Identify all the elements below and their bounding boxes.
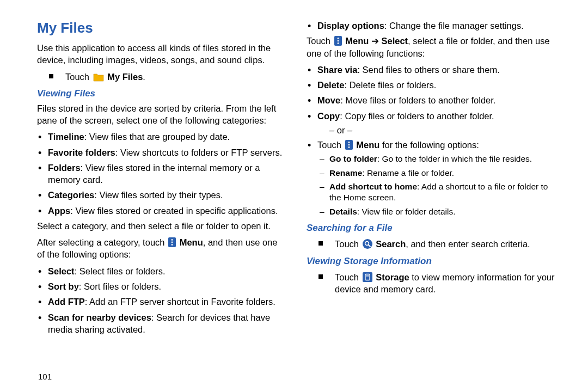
- svg-point-3: [171, 244, 173, 246]
- svg-point-6: [337, 40, 339, 42]
- folder-icon: [93, 73, 104, 82]
- period: .: [143, 72, 145, 82]
- list-item: Folders: View files stored in the intern…: [48, 162, 287, 186]
- list-item: Move: Move files or folders to another f…: [317, 94, 556, 106]
- search-row: Touch Search, and then enter search crit…: [307, 238, 556, 250]
- list-item: Share via: Send files to others or share…: [317, 64, 556, 76]
- list-item: Apps: View files stored or created in sp…: [48, 205, 287, 217]
- list-item: Select: Select files or folders.: [48, 265, 287, 277]
- list-item: Favorite folders: View shortcuts to fold…: [48, 146, 287, 158]
- storage-icon: [363, 272, 372, 282]
- menu-icon: [168, 237, 176, 247]
- page-number: 101: [38, 372, 52, 381]
- svg-point-5: [337, 38, 339, 39]
- list-item: Copy: Copy files or folders to another f…: [317, 110, 556, 122]
- sub-options-list: Go to folder: Go to the folder in which …: [317, 154, 556, 217]
- search-icon: [363, 239, 372, 249]
- page-title: My Files: [37, 20, 287, 36]
- list-item: Sort by: Sort files or folders.: [48, 280, 287, 292]
- list-item: Touch Menu for the following options: Go…: [317, 139, 556, 218]
- menu-select-line: Touch Menu ➔ Select, select a file or fo…: [307, 35, 556, 59]
- menu-icon: [345, 140, 353, 150]
- touch-my-files-row: Touch My Files.: [37, 71, 287, 83]
- categories-list: Timeline: View files that are grouped by…: [37, 131, 287, 217]
- list-item: Timeline: View files that are grouped by…: [48, 131, 287, 143]
- storage-heading: Viewing Storage Information: [307, 256, 556, 267]
- list-item: Rename: Rename a file or folder.: [329, 168, 556, 179]
- svg-point-9: [348, 142, 350, 143]
- viewing-files-heading: Viewing Files: [37, 88, 287, 99]
- list-item: Display options: Change the file manager…: [317, 20, 556, 32]
- or-divider: – or –: [329, 125, 556, 136]
- viewing-files-intro: Files stored in the device are sorted by…: [37, 102, 287, 127]
- list-item: Delete: Delete files or folders.: [317, 79, 556, 91]
- svg-point-1: [171, 239, 173, 241]
- svg-rect-15: [363, 272, 372, 282]
- select-category-line: Select a category, and then select a fil…: [37, 220, 287, 232]
- list-item: Scan for nearby devices: Search for devi…: [48, 311, 287, 336]
- manual-page: My Files Use this application to access …: [0, 0, 588, 355]
- storage-row: Touch Storage to view memory information…: [307, 271, 556, 296]
- menu-icon: [334, 36, 342, 46]
- my-files-label: My Files: [107, 72, 143, 82]
- options-list-2: Share via: Send files to others or share…: [307, 64, 556, 122]
- svg-point-7: [337, 42, 339, 44]
- list-item: Categories: View files sorted by their t…: [48, 189, 287, 201]
- list-item: Add shortcut to home: Add a shortcut to …: [329, 181, 556, 204]
- svg-point-10: [348, 144, 350, 145]
- list-item: Go to folder: Go to the folder in which …: [329, 154, 556, 164]
- after-selecting-line: After selecting a category, touch Menu, …: [37, 236, 287, 261]
- intro-paragraph: Use this application to access all kinds…: [37, 42, 287, 66]
- svg-point-2: [171, 242, 173, 243]
- list-item: Add FTP: Add an FTP server shortcut in F…: [48, 296, 287, 308]
- svg-point-12: [363, 239, 372, 249]
- svg-point-11: [348, 146, 350, 148]
- list-item: Details: View file or folder details.: [329, 206, 556, 217]
- touch-menu-row: Touch Menu for the following options: Go…: [307, 139, 556, 218]
- searching-heading: Searching for a File: [307, 223, 556, 234]
- touch-prefix: Touch: [65, 72, 92, 82]
